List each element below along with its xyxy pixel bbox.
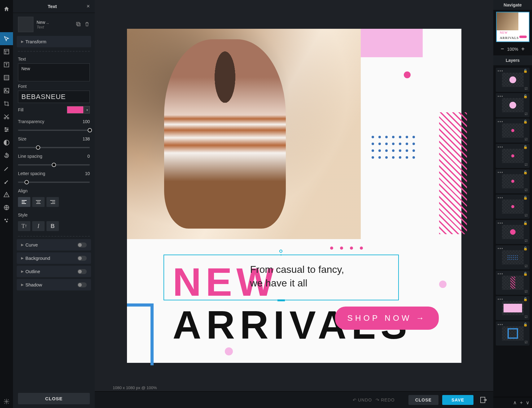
visibility-icon[interactable]: ☑ — [525, 163, 528, 167]
diagonal-stripes[interactable] — [439, 112, 467, 234]
visibility-icon[interactable]: ☑ — [525, 239, 528, 243]
layer-item[interactable]: •••🔓☑ — [496, 68, 530, 92]
tagline-text[interactable]: From casual to fancy,we have it all — [250, 263, 344, 290]
cursor-tool-icon[interactable] — [0, 32, 13, 45]
lock-icon[interactable]: 🔓 — [523, 196, 528, 200]
layer-handle-icon[interactable]: ••• — [498, 247, 504, 251]
layer-handle-icon[interactable]: ••• — [498, 221, 504, 225]
lock-icon[interactable]: 🔓 — [523, 94, 528, 98]
fill-color-swatch[interactable] — [67, 106, 84, 114]
visibility-icon[interactable]: ☑ — [525, 112, 528, 116]
layer-down-icon[interactable]: ∨ — [526, 400, 530, 406]
visibility-icon[interactable]: ☑ — [525, 188, 528, 192]
settings-icon[interactable] — [0, 395, 13, 408]
visibility-icon[interactable]: ☑ — [525, 290, 528, 294]
pen-tool-icon[interactable] — [0, 162, 13, 175]
layer-item[interactable]: •••🔓☑ — [496, 93, 530, 117]
shadow-section[interactable]: ▶Shadow — [17, 279, 91, 290]
warning-tool-icon[interactable] — [0, 188, 13, 201]
layer-add-icon[interactable]: + — [520, 400, 523, 406]
layer-item[interactable]: •••🔓☑ — [496, 321, 530, 346]
globe-tool-icon[interactable] — [0, 201, 13, 214]
save-button[interactable]: SAVE — [442, 395, 473, 405]
text-input[interactable] — [18, 63, 90, 81]
layout-tool-icon[interactable] — [0, 45, 13, 58]
visibility-icon[interactable]: ☑ — [525, 87, 528, 91]
curve-section[interactable]: ▶Curve — [17, 239, 91, 251]
layer-item[interactable]: •••🔓☑ — [496, 220, 530, 244]
zoom-in-button[interactable]: + — [521, 46, 525, 52]
adjust-tool-icon[interactable] — [0, 123, 13, 136]
lock-icon[interactable]: 🔓 — [523, 272, 528, 276]
layer-item[interactable]: •••🔓☑ — [496, 296, 530, 320]
duplicate-icon[interactable] — [76, 21, 81, 28]
layer-handle-icon[interactable]: ••• — [498, 145, 504, 149]
pink-dot-small-2[interactable] — [225, 347, 233, 355]
visibility-icon[interactable]: ☑ — [525, 137, 528, 141]
bubbles-tool-icon[interactable] — [0, 214, 13, 227]
visibility-icon[interactable]: ☑ — [525, 213, 528, 217]
align-center-button[interactable] — [32, 197, 45, 207]
background-section[interactable]: ▶Background — [17, 252, 91, 264]
visibility-icon[interactable]: ☑ — [525, 315, 528, 319]
curve-toggle[interactable] — [77, 243, 87, 247]
font-input[interactable]: BEBASNEUE — [18, 91, 90, 103]
lock-icon[interactable]: 🔓 — [523, 145, 528, 149]
lock-icon[interactable]: 🔓 — [523, 170, 528, 174]
pink-dot-large[interactable] — [404, 71, 411, 78]
pattern-tool-icon[interactable] — [0, 71, 13, 84]
size-slider[interactable] — [18, 147, 90, 148]
lock-icon[interactable]: 🔓 — [523, 297, 528, 301]
delete-icon[interactable] — [84, 21, 90, 28]
layer-handle-icon[interactable]: ••• — [498, 272, 504, 276]
style-italic-button[interactable]: I — [32, 221, 45, 231]
align-right-button[interactable] — [46, 197, 59, 207]
layer-up-icon[interactable]: ∧ — [513, 400, 517, 406]
zoom-out-button[interactable]: − — [501, 46, 504, 52]
text-tool-icon[interactable] — [0, 58, 13, 71]
style-bold-button[interactable]: B — [46, 221, 59, 231]
undo-button[interactable]: ↶UNDO — [353, 397, 372, 402]
layer-handle-icon[interactable]: ••• — [498, 170, 504, 175]
lock-icon[interactable]: 🔓 — [523, 221, 528, 225]
lock-icon[interactable]: 🔓 — [523, 247, 528, 251]
layer-handle-icon[interactable]: ••• — [498, 323, 504, 327]
layer-item[interactable]: •••🔓☑ — [496, 245, 530, 269]
lock-icon[interactable]: 🔓 — [523, 69, 528, 73]
layer-handle-icon[interactable]: ••• — [498, 120, 504, 124]
navigator-preview[interactable]: NEW ARRIVALS — [496, 12, 530, 42]
hero-photo[interactable] — [127, 29, 361, 239]
outline-section[interactable]: ▶Outline — [17, 266, 91, 277]
resize-handle[interactable] — [277, 299, 285, 301]
shop-now-button[interactable]: SHOP NOW→ — [335, 307, 439, 330]
style-case-button[interactable]: TT — [18, 221, 30, 231]
layer-handle-icon[interactable]: ••• — [498, 196, 504, 200]
layer-item[interactable]: •••🔓☑ — [496, 195, 530, 219]
four-pink-dots[interactable] — [330, 247, 363, 250]
pink-dot-small-1[interactable] — [439, 281, 447, 288]
transparency-slider[interactable] — [18, 130, 90, 131]
lock-icon[interactable]: 🔓 — [523, 120, 528, 124]
exit-icon[interactable] — [480, 396, 487, 404]
rotate-tool-icon[interactable] — [0, 149, 13, 162]
design-canvas[interactable]: NEW From casual to fancy,we have it all … — [127, 29, 461, 363]
rotate-handle[interactable] — [279, 250, 282, 253]
contrast-tool-icon[interactable] — [0, 136, 13, 149]
layer-item[interactable]: •••🔓☑ — [496, 118, 530, 143]
fill-color-dropdown[interactable]: ▾ — [84, 106, 90, 114]
redo-button[interactable]: ↷REDO — [376, 397, 395, 402]
align-left-button[interactable] — [18, 197, 30, 207]
blue-frame-shape[interactable] — [127, 303, 154, 365]
layer-item[interactable]: •••🔓☑ — [496, 144, 530, 168]
visibility-icon[interactable]: ☑ — [525, 340, 528, 344]
cut-tool-icon[interactable] — [0, 110, 13, 123]
pink-rectangle[interactable] — [361, 29, 423, 57]
blue-dots-grid[interactable] — [372, 136, 416, 159]
lock-icon[interactable]: 🔓 — [523, 323, 528, 327]
outline-toggle[interactable] — [77, 269, 87, 274]
close-icon[interactable]: × — [86, 3, 90, 10]
panel-close-button[interactable]: CLOSE — [18, 393, 90, 404]
layer-item[interactable]: •••🔓☑ — [496, 271, 530, 295]
shadow-toggle[interactable] — [77, 282, 87, 287]
layer-handle-icon[interactable]: ••• — [498, 297, 504, 302]
